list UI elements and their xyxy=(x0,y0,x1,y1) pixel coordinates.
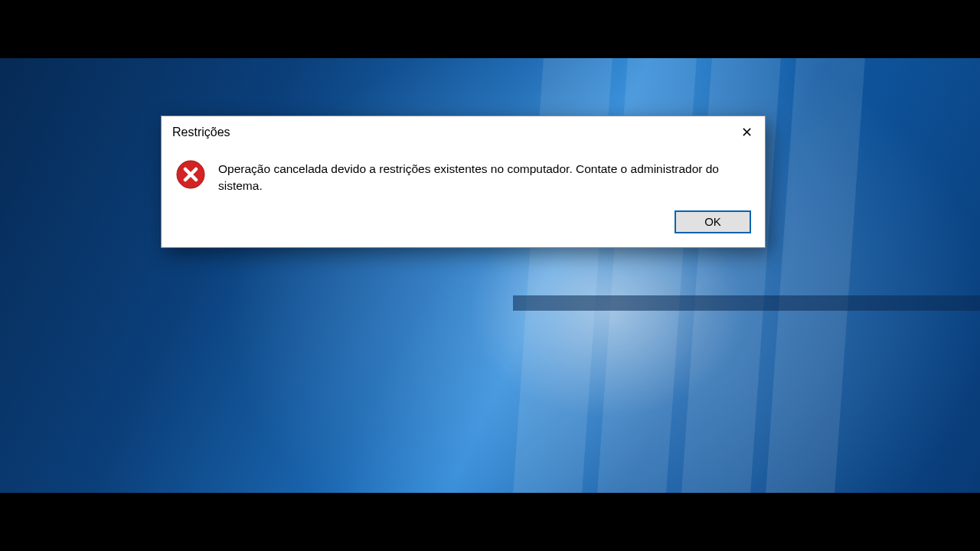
ok-button[interactable]: OK xyxy=(675,210,751,233)
dialog-footer: OK xyxy=(162,200,765,247)
dialog-content: Operação cancelada devido a restrições e… xyxy=(162,148,765,200)
dialog-title: Restrições xyxy=(172,126,728,139)
close-button[interactable]: ✕ xyxy=(728,116,765,148)
error-icon xyxy=(175,159,206,190)
light-beam xyxy=(763,58,868,493)
dialog-message: Operação cancelada devido a restrições e… xyxy=(218,158,751,195)
desktop-wallpaper: Restrições ✕ Operação cancelada devido a… xyxy=(0,58,980,493)
error-dialog: Restrições ✕ Operação cancelada devido a… xyxy=(161,116,766,248)
close-icon: ✕ xyxy=(741,124,753,141)
dialog-titlebar[interactable]: Restrições ✕ xyxy=(162,116,765,148)
light-beam xyxy=(513,295,980,311)
